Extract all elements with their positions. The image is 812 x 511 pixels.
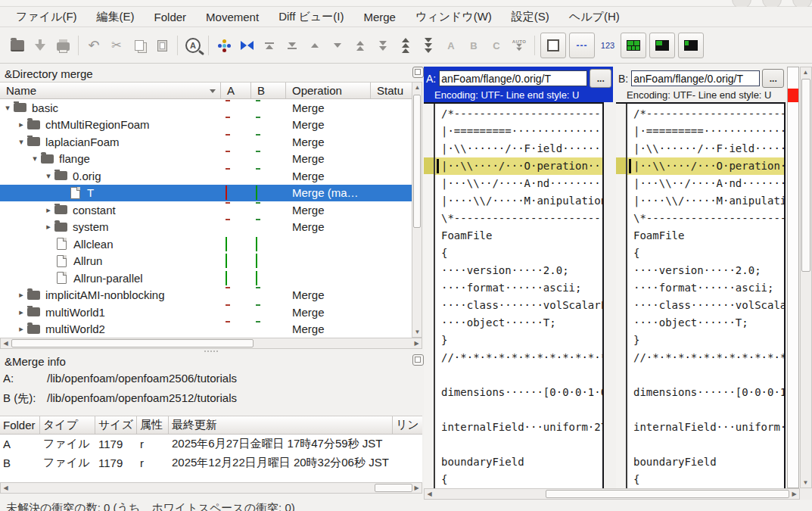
tree-row-constant[interactable]: ▸constantMerge (0, 201, 412, 219)
menu-item-7[interactable]: 設定(S) (502, 10, 559, 24)
expander-icon[interactable]: ▸ (17, 290, 26, 300)
go-to-previous-conflict-button[interactable] (349, 33, 372, 58)
pane-a-path-input[interactable] (439, 70, 587, 86)
go-to-next-conflict-button[interactable] (372, 33, 394, 58)
save-button[interactable] (29, 33, 51, 58)
expander-icon[interactable]: ▸ (17, 307, 26, 317)
expander-icon[interactable]: ▸ (44, 222, 53, 232)
cut-button[interactable]: ✂ (105, 33, 128, 58)
scroll-up-icon[interactable]: ▲ (412, 83, 422, 92)
pane-b-code[interactable]: /*--------------------------------------… (627, 104, 784, 488)
scroll-down-icon[interactable]: ▼ (412, 327, 422, 337)
go-to-next-unsolved-conflict-button[interactable] (417, 33, 440, 58)
menu-item-2[interactable]: Folder (145, 11, 197, 23)
tree-row-Allrun[interactable]: Allrun (0, 253, 412, 270)
choose-b-button[interactable]: B (462, 33, 485, 58)
column-header-a[interactable]: A (221, 83, 251, 98)
directory-tree-horizontal-scrollbar[interactable]: ◀ ▶ (0, 338, 422, 349)
view-layout-split-b-button[interactable] (678, 33, 704, 58)
choose-a-button[interactable]: A (440, 33, 462, 58)
show-line-numbers-button[interactable]: 123 (596, 33, 619, 58)
table-row-B[interactable]: Bファイル1179r2025年12月22日月曜日 20時32分06秒 JST (0, 453, 422, 472)
scrollbar-thumb[interactable] (801, 79, 810, 272)
current-delta-button[interactable] (235, 33, 258, 58)
diff-pane-b[interactable]: /*--------------------------------------… (616, 102, 786, 488)
menu-item-4[interactable]: Diff ビュー(I) (269, 10, 353, 24)
pane-b-path-input[interactable] (631, 70, 760, 86)
choose-c-button[interactable]: C (485, 33, 508, 58)
tree-row-basic[interactable]: ▾basicMerge (0, 99, 412, 117)
go-to-first-delta-button[interactable] (258, 33, 281, 58)
scroll-left-icon[interactable]: ◀ (1, 483, 11, 493)
find-button[interactable]: A (182, 33, 204, 58)
paste-button[interactable] (151, 33, 173, 58)
scrollbar-thumb[interactable] (413, 95, 421, 228)
undo-button[interactable]: ↶ (82, 33, 105, 58)
scrollbar-thumb[interactable] (375, 484, 412, 492)
tree-row-flange[interactable]: ▾flangeMerge (0, 151, 412, 168)
diff-vertical-scrollbar[interactable]: ▲ ▼ (800, 67, 812, 488)
view-layout-split-a-button[interactable] (649, 33, 675, 58)
menu-item-1[interactable]: 編集(E) (87, 10, 145, 24)
column-header-operation[interactable]: Operation (286, 83, 371, 98)
open-button[interactable] (6, 33, 29, 58)
scrollbar-thumb[interactable] (11, 339, 254, 347)
column-header-folder[interactable]: Folder (0, 416, 40, 434)
column-header-link[interactable]: リン (393, 416, 422, 434)
tree-row-system[interactable]: ▸systemMerge (0, 219, 412, 236)
go-to-next-delta-button[interactable] (326, 33, 349, 58)
tree-row-implicitAMI-nonblocking[interactable]: ▸implicitAMI-nonblockingMerge (0, 287, 412, 304)
tree-row-T[interactable]: TMerge (ma… (0, 185, 412, 202)
scroll-left-icon[interactable]: ◀ (425, 489, 434, 499)
go-to-current-delta-button[interactable] (213, 33, 235, 58)
print-button[interactable] (51, 33, 74, 58)
scroll-left-icon[interactable]: ◀ (1, 338, 11, 348)
view-layout-full-button[interactable] (621, 33, 646, 58)
auto-solve-button[interactable]: AUTO (508, 33, 530, 58)
diff-horizontal-scrollbar[interactable]: ◀ ▶ (424, 488, 800, 500)
column-header-type[interactable]: タイプ (40, 416, 95, 434)
tree-row-Allclean[interactable]: Allclean (0, 235, 412, 253)
diff-pane-a[interactable]: /*--------------------------------------… (424, 102, 604, 488)
show-white-space-button[interactable] (540, 33, 566, 58)
go-to-previous-delta-button[interactable] (303, 33, 326, 58)
go-to-last-delta-button[interactable] (281, 33, 303, 58)
tree-row-Allrun-parallel[interactable]: Allrun-parallel (0, 270, 412, 287)
tree-row-multiWorld2[interactable]: ▸multiWorld2Merge (0, 321, 412, 338)
pane-a-browse-button[interactable]: ... (590, 69, 611, 88)
menu-item-3[interactable]: Movement (196, 11, 269, 23)
expander-icon[interactable]: ▾ (30, 154, 39, 164)
file-table-horizontal-scrollbar[interactable]: ◀ ▶ (0, 482, 422, 494)
diff-overview-column[interactable] (787, 67, 799, 488)
menu-item-5[interactable]: Merge (353, 11, 406, 23)
scroll-right-icon[interactable]: ▶ (412, 338, 422, 348)
menu-item-6[interactable]: ウィンドウ(W) (406, 10, 502, 24)
pane-b-browse-button[interactable]: ... (762, 69, 784, 88)
scroll-right-icon[interactable]: ▶ (412, 483, 422, 493)
column-header-attributes[interactable]: 属性 (137, 416, 169, 434)
tree-row-laplacianFoam[interactable]: ▾laplacianFoamMerge (0, 133, 412, 151)
go-to-previous-unsolved-conflict-button[interactable] (394, 33, 417, 58)
directory-tree-vertical-scrollbar[interactable]: ▲ ▼ (412, 82, 422, 338)
expander-icon[interactable]: ▾ (17, 137, 26, 147)
scroll-up-icon[interactable]: ▲ (801, 67, 810, 77)
dock-float-icon[interactable] (412, 67, 424, 78)
copy-button[interactable] (128, 33, 151, 58)
pane-a-code[interactable]: /*--------------------------------------… (435, 104, 602, 488)
table-row-A[interactable]: Aファイル1179r2025年6月27日金曜日 17時47分59秒 JST (0, 435, 422, 453)
dock-float-icon[interactable] (412, 354, 424, 366)
expander-icon[interactable]: ▸ (17, 120, 26, 129)
scrollbar-thumb[interactable] (546, 490, 789, 498)
expander-icon[interactable]: ▸ (17, 324, 26, 334)
menu-item-8[interactable]: ヘルプ(H) (559, 10, 630, 24)
tree-row-chtMultiRegionFoam[interactable]: ▸chtMultiRegionFoamMerge (0, 117, 412, 134)
tree-row-0.orig[interactable]: ▾0.origMerge (0, 167, 412, 185)
show-white-space-characters-button[interactable]: --- (569, 33, 595, 58)
menu-item-0[interactable]: ファイル(F) (6, 10, 87, 24)
column-header-last-modified[interactable]: 最終更新 (169, 416, 393, 434)
column-header-b[interactable]: B (251, 83, 286, 98)
expander-icon[interactable]: ▸ (44, 205, 53, 215)
expander-icon[interactable]: ▾ (44, 171, 53, 181)
column-header-name[interactable]: Name (0, 83, 221, 98)
scroll-right-icon[interactable]: ▶ (789, 489, 799, 499)
